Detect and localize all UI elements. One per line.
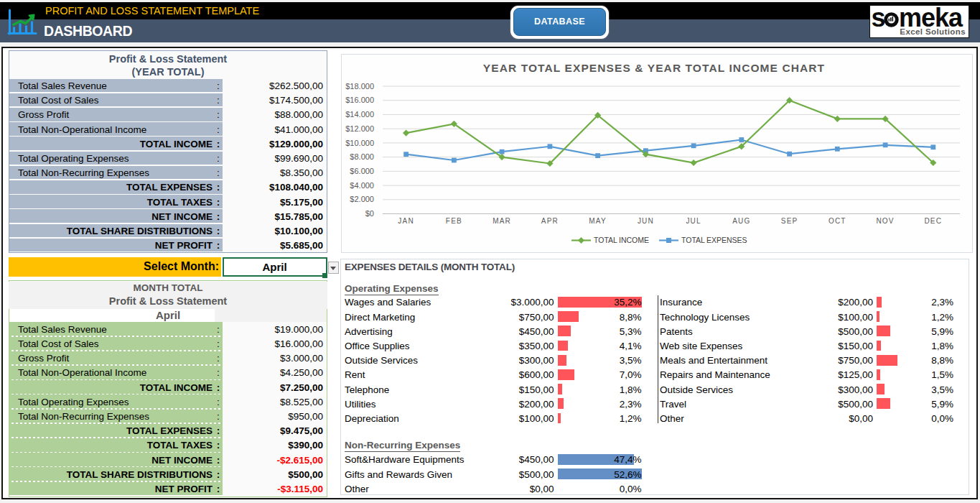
svg-text:$2.000: $2.000 (350, 195, 374, 203)
svg-text:$10.000: $10.000 (345, 139, 374, 147)
svg-text:$14.000: $14.000 (345, 110, 374, 119)
svg-text:JAN: JAN (398, 217, 414, 225)
svg-text:TOTAL EXPENSES: TOTAL EXPENSES (681, 236, 747, 244)
svg-text:$6.000: $6.000 (350, 167, 374, 175)
svg-text:$16.000: $16.000 (345, 96, 374, 104)
svg-text:$12.000: $12.000 (345, 124, 374, 133)
svg-text:JUN: JUN (638, 217, 654, 225)
svg-text:YEAR TOTAL EXPENSES & YEAR TOT: YEAR TOTAL EXPENSES & YEAR TOTAL INCOME … (483, 62, 825, 74)
svg-text:MAY: MAY (589, 217, 607, 225)
svg-text:TOTAL INCOME: TOTAL INCOME (594, 236, 649, 244)
svg-text:$18.000: $18.000 (345, 82, 374, 91)
svg-text:DEC: DEC (924, 217, 942, 225)
svg-text:$0: $0 (365, 209, 374, 218)
svg-text:JUL: JUL (686, 217, 701, 225)
svg-text:APR: APR (541, 217, 559, 225)
svg-text:MAR: MAR (493, 217, 511, 225)
svg-text:AUG: AUG (732, 217, 750, 225)
svg-text:NOV: NOV (876, 217, 894, 225)
svg-text:$8.000: $8.000 (350, 152, 374, 161)
svg-text:OCT: OCT (829, 217, 846, 225)
svg-text:FEB: FEB (446, 217, 462, 225)
svg-text:$4.000: $4.000 (350, 181, 374, 190)
svg-text:SEP: SEP (781, 217, 798, 225)
